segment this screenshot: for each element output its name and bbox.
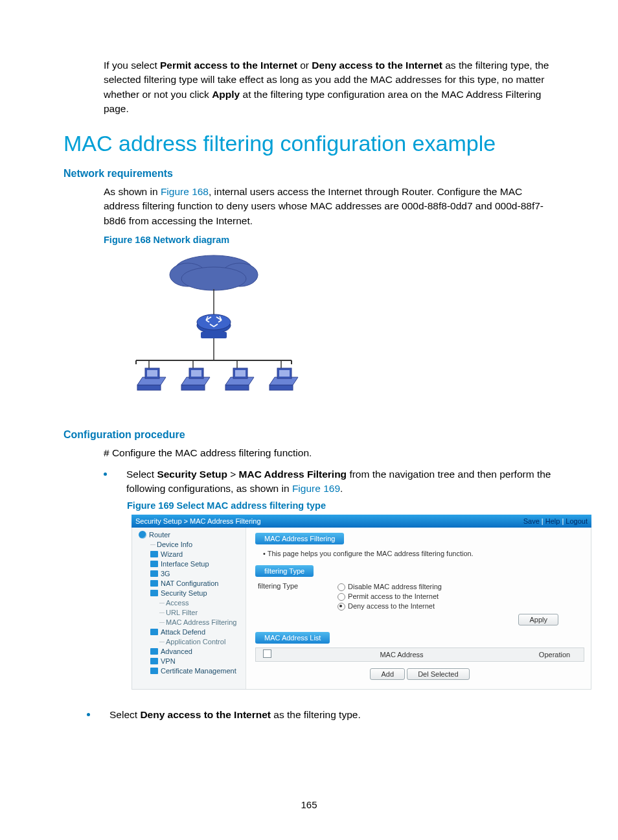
nav-item-app-control[interactable]: Application Control bbox=[132, 637, 246, 647]
bullet-icon bbox=[104, 472, 107, 476]
nav-item-access[interactable]: Access bbox=[132, 598, 246, 608]
section-pill-filtering-type: filtering Type bbox=[255, 565, 314, 577]
intro-text: If you select bbox=[104, 60, 160, 71]
folder-icon bbox=[150, 561, 158, 567]
apply-button[interactable]: Apply bbox=[518, 614, 558, 625]
folder-icon bbox=[150, 590, 158, 596]
cfg-line1: # Configure the MAC address filtering fu… bbox=[104, 446, 555, 460]
nav-item-security-setup[interactable]: Security Setup bbox=[132, 589, 246, 598]
svg-rect-23 bbox=[191, 370, 201, 377]
section-pill-mac-list: MAC Address List bbox=[255, 632, 330, 644]
radio-permit[interactable] bbox=[338, 593, 345, 601]
col-operation: Operation bbox=[525, 651, 584, 659]
logout-link[interactable]: Logout bbox=[566, 517, 588, 525]
help-link[interactable]: Help bbox=[545, 517, 560, 525]
figure-168-link[interactable]: Figure 168 bbox=[161, 186, 209, 197]
nav-item-3g[interactable]: 3G bbox=[132, 569, 246, 579]
nav-item-wizard[interactable]: Wizard bbox=[132, 550, 246, 559]
svg-point-3 bbox=[181, 267, 246, 290]
folder-icon bbox=[150, 658, 158, 664]
folder-icon bbox=[150, 570, 158, 577]
nav-item-interface-setup[interactable]: Interface Setup bbox=[132, 559, 246, 569]
nav-item-url-filter[interactable]: URL Filter bbox=[132, 608, 246, 618]
nav-tree: Router Device Info Wizard Interface Setu… bbox=[132, 528, 246, 689]
del-selected-button[interactable]: Del Selected bbox=[407, 668, 469, 680]
svg-rect-16 bbox=[137, 385, 161, 390]
svg-rect-27 bbox=[235, 370, 246, 377]
nav-item-nat[interactable]: NAT Configuration bbox=[132, 579, 246, 589]
radio-deny[interactable] bbox=[338, 603, 345, 611]
section-pill-mac-filtering: MAC Address Filtering bbox=[255, 533, 344, 544]
cfg-bullet-2: Select Deny access to the Internet as th… bbox=[87, 708, 555, 722]
radio-disable[interactable] bbox=[338, 583, 345, 591]
figure-169-screenshot: Security Setup > MAC Address Filtering S… bbox=[132, 515, 591, 690]
folder-icon bbox=[150, 629, 158, 635]
intro-bold-permit: Permit access to the Internet bbox=[160, 60, 297, 71]
bullet-icon bbox=[87, 713, 90, 716]
nav-item-attack-defend[interactable]: Attack Defend bbox=[132, 627, 246, 637]
folder-icon bbox=[150, 648, 158, 655]
page-title: MAC address filtering configuration exam… bbox=[63, 131, 555, 156]
filtering-type-label: filtering Type bbox=[255, 582, 336, 590]
nav-item-cert-mgmt[interactable]: Certificate Management bbox=[132, 666, 246, 676]
intro-paragraph: If you select Permit access to the Inter… bbox=[104, 58, 555, 117]
intro-bold-apply: Apply bbox=[212, 89, 240, 100]
folder-icon bbox=[150, 551, 158, 557]
add-button[interactable]: Add bbox=[370, 668, 405, 680]
nav-item-vpn[interactable]: VPN bbox=[132, 657, 246, 666]
content-panel: MAC Address Filtering This page helps yo… bbox=[246, 528, 591, 689]
network-diagram: ROUTER bbox=[123, 249, 555, 420]
folder-icon bbox=[150, 668, 158, 674]
figure-169-caption: Figure 169 Select MAC address filtering … bbox=[127, 500, 555, 511]
svg-rect-19 bbox=[147, 370, 157, 377]
cfg-bullet-1: Select Security Setup > MAC Address Filt… bbox=[104, 467, 555, 496]
svg-rect-28 bbox=[269, 385, 293, 390]
nav-item-advanced[interactable]: Advanced bbox=[132, 647, 246, 657]
figure-169-link[interactable]: Figure 169 bbox=[292, 483, 340, 494]
network-requirements-heading: Network requirements bbox=[63, 168, 555, 180]
mac-table-header: MAC Address Operation bbox=[255, 648, 584, 662]
page-note: This page helps you configure the MAC ad… bbox=[263, 550, 584, 557]
breadcrumb: Security Setup > MAC Address Filtering bbox=[135, 517, 261, 525]
select-all-checkbox[interactable] bbox=[263, 649, 271, 658]
configuration-procedure-heading: Configuration procedure bbox=[63, 429, 555, 441]
svg-rect-7 bbox=[201, 332, 227, 338]
page-number: 165 bbox=[0, 799, 618, 810]
svg-rect-31 bbox=[279, 370, 290, 377]
intro-bold-deny: Deny access to the Internet bbox=[312, 60, 442, 71]
netreq-paragraph: As shown in Figure 168, internal users a… bbox=[104, 185, 555, 228]
svg-rect-20 bbox=[181, 385, 205, 390]
col-mac-address: MAC Address bbox=[278, 651, 525, 659]
folder-icon bbox=[150, 580, 158, 587]
nav-item-device-info[interactable]: Device Info bbox=[132, 540, 246, 550]
save-link[interactable]: Save bbox=[523, 517, 540, 525]
svg-point-6 bbox=[197, 314, 231, 330]
figure-168-caption: Figure 168 Network diagram bbox=[104, 235, 555, 245]
nav-root[interactable]: Router bbox=[132, 530, 246, 540]
breadcrumb-bar: Security Setup > MAC Address Filtering S… bbox=[132, 515, 591, 528]
svg-rect-24 bbox=[225, 385, 249, 390]
router-icon bbox=[139, 531, 146, 539]
nav-item-mac-filtering[interactable]: MAC Address Filtering bbox=[132, 618, 246, 627]
